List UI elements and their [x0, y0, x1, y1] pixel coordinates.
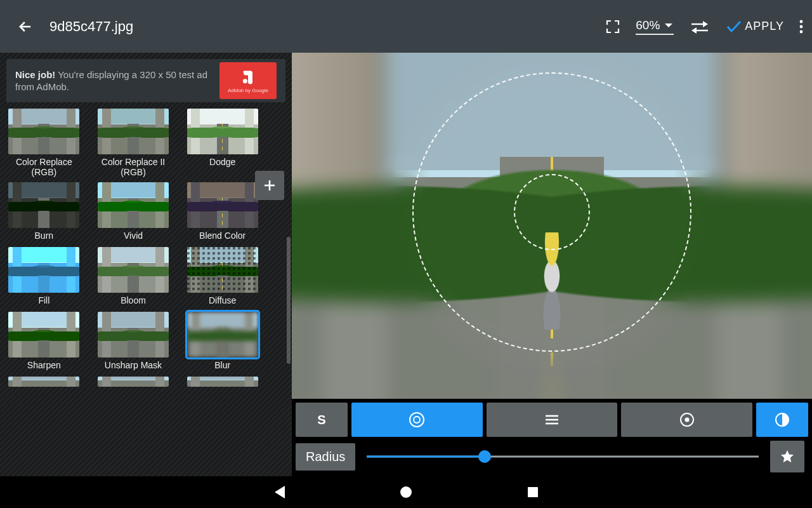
ad-text: Nice job! You're displaying a 320 x 50 t… [15, 69, 213, 93]
tool-point-button[interactable] [621, 403, 752, 437]
target-icon [679, 411, 695, 428]
svg-point-1 [800, 25, 803, 28]
apply-label: APPLY [745, 20, 784, 33]
filter-item[interactable]: Dodge [185, 109, 260, 177]
nav-recent-button[interactable] [523, 483, 542, 502]
filter-item[interactable]: Bloom [96, 247, 171, 307]
filter-thumbnail [8, 182, 79, 228]
filter-label: Unsharp Mask [105, 360, 162, 371]
filter-item[interactable]: Blend Color [185, 182, 260, 242]
filter-label: Blur [214, 360, 230, 371]
ad-banner[interactable]: Nice job! You're displaying a 320 x 50 t… [6, 59, 285, 102]
star-icon [780, 449, 795, 464]
filter-thumbnail [187, 109, 258, 154]
filter-thumbnail [98, 182, 169, 228]
back-button[interactable] [13, 14, 38, 39]
admob-logo-icon: AdMob by Google [219, 62, 277, 99]
slider-label: Radius [296, 443, 355, 471]
filter-label: Bloom [121, 295, 146, 307]
filter-item[interactable]: Color Replace II (RGB) [96, 109, 171, 177]
filter-thumbnail [98, 377, 169, 387]
image-canvas[interactable] [292, 53, 812, 399]
filter-item[interactable]: Color Replace (RGB) [6, 109, 82, 177]
zoom-value: 60% [636, 18, 660, 32]
tool-linear-button[interactable] [487, 403, 618, 437]
filter-thumbnail [98, 312, 169, 358]
filter-thumbnail [8, 312, 79, 358]
radius-slider[interactable] [367, 448, 759, 465]
filter-label: Dodge [209, 157, 235, 168]
add-filter-button[interactable] [255, 171, 284, 200]
tool-contrast-button[interactable] [756, 403, 808, 437]
filter-thumbnail [98, 247, 169, 293]
filter-label: Diffuse [209, 295, 236, 307]
filter-item[interactable] [185, 377, 260, 387]
filter-item[interactable]: Vivid [96, 182, 171, 242]
filter-thumbnail [8, 247, 79, 293]
contrast-icon [775, 412, 790, 427]
svg-point-9 [400, 486, 412, 498]
zoom-dropdown[interactable]: 60% [636, 18, 674, 35]
sidebar-scrollbar[interactable] [287, 237, 291, 364]
tool-radial-button[interactable] [351, 403, 483, 437]
filter-sidebar: Nice job! You're displaying a 320 x 50 t… [0, 53, 292, 476]
filter-thumbnail [187, 182, 258, 228]
filter-item[interactable]: Burn [6, 182, 82, 242]
concentric-circles-icon [409, 411, 425, 428]
filter-thumbnail [187, 312, 258, 358]
filter-thumbnail [8, 109, 79, 154]
file-title: 9d85c477.jpg [49, 18, 594, 35]
favorite-button[interactable] [770, 441, 804, 472]
tool-s-button[interactable]: S [296, 403, 348, 437]
filter-label: Burn [35, 231, 54, 242]
check-icon [726, 20, 742, 34]
svg-point-4 [410, 413, 424, 427]
svg-point-0 [800, 20, 803, 23]
filter-item[interactable]: Unsharp Mask [96, 312, 171, 371]
filter-item[interactable] [6, 377, 82, 387]
chevron-down-icon [664, 22, 674, 29]
filter-label: Color Replace (RGB) [6, 157, 82, 177]
fullscreen-icon[interactable] [605, 19, 620, 34]
lines-icon [544, 413, 560, 426]
svg-point-3 [243, 79, 247, 83]
swap-icon[interactable] [689, 19, 710, 34]
filter-thumbnail [8, 377, 79, 387]
nav-home-button[interactable] [396, 483, 416, 502]
apply-button[interactable]: APPLY [726, 20, 784, 34]
filter-item[interactable]: Diffuse [185, 247, 260, 307]
overflow-menu-icon[interactable] [799, 19, 803, 34]
filter-item[interactable]: Sharpen [6, 312, 82, 371]
filter-item[interactable]: Blur [185, 312, 260, 371]
filter-label: Vivid [124, 231, 143, 242]
filter-item[interactable] [96, 377, 171, 387]
svg-rect-10 [528, 487, 538, 497]
svg-point-5 [414, 417, 420, 423]
nav-back-button[interactable] [270, 483, 289, 502]
filter-item[interactable]: Fill [6, 247, 82, 307]
filter-label: Sharpen [27, 360, 61, 371]
filter-thumbnail [98, 109, 169, 154]
filter-thumbnail [187, 377, 258, 387]
filter-label: Fill [38, 295, 49, 307]
svg-point-2 [800, 30, 803, 33]
filter-label: Blend Color [199, 231, 246, 242]
filter-thumbnail [187, 247, 258, 293]
svg-point-7 [685, 418, 688, 421]
filter-label: Color Replace II (RGB) [96, 157, 171, 177]
